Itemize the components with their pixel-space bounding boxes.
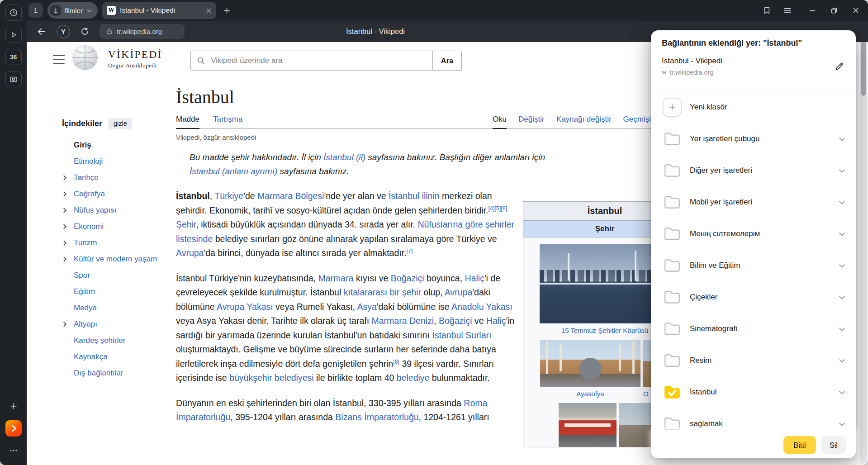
- wiki-link[interactable]: büyükşehir belediyesi: [229, 373, 313, 383]
- chevron-right-icon[interactable]: [62, 240, 68, 246]
- wiki-link[interactable]: Asya: [357, 302, 376, 312]
- collapsed-tab-group[interactable]: 1: [28, 3, 43, 18]
- new-tab-button[interactable]: [223, 6, 231, 15]
- toc-item[interactable]: Eğitim: [62, 284, 176, 300]
- bookmarks-panel-icon[interactable]: [763, 6, 771, 15]
- wiki-link[interactable]: Marmara Bölgesi: [257, 191, 324, 201]
- minimize-button[interactable]: [808, 6, 816, 14]
- wiki-link[interactable]: Avrupa: [445, 287, 472, 297]
- folder-row[interactable]: Çiçekler: [651, 281, 856, 313]
- folder-row[interactable]: Resim: [651, 345, 856, 376]
- chevron-right-icon[interactable]: [62, 224, 68, 230]
- wiki-link[interactable]: Roma İmparatorluğu: [176, 398, 487, 422]
- article-tab[interactable]: Tartışma: [213, 115, 242, 128]
- chevron-down-icon[interactable]: [838, 357, 846, 365]
- wiki-link[interactable]: Şehir: [176, 219, 196, 229]
- wiki-link[interactable]: kıtalararası bir şehir: [344, 287, 421, 297]
- wiki-link[interactable]: Türkiye: [214, 191, 243, 201]
- chevron-right-icon[interactable]: [62, 208, 68, 214]
- wikipedia-logo[interactable]: [72, 44, 98, 71]
- toc-item[interactable]: Coğrafya: [62, 186, 176, 202]
- chevron-right-icon[interactable]: [62, 175, 68, 181]
- main-menu-icon[interactable]: [52, 54, 66, 65]
- close-button[interactable]: [852, 6, 860, 14]
- search-button[interactable]: Ara: [433, 51, 462, 71]
- reference-link[interactable]: [6]: [501, 205, 507, 211]
- wiki-link[interactable]: belediye: [397, 373, 430, 383]
- wiki-link[interactable]: Boğaziçi: [439, 316, 472, 326]
- article-view-tab[interactable]: Oku: [493, 115, 507, 129]
- infobox-image-bridge[interactable]: [540, 244, 670, 323]
- toc-item[interactable]: Spor: [62, 267, 176, 284]
- reference-link[interactable]: [8]: [393, 358, 399, 365]
- yandex-browser-logo[interactable]: [5, 420, 22, 437]
- toc-item[interactable]: Medya: [62, 300, 176, 316]
- toc-item[interactable]: Ekonomi: [62, 218, 176, 235]
- toc-item[interactable]: Tarihçe: [62, 170, 176, 186]
- article-view-tab[interactable]: Değiştir: [518, 115, 545, 128]
- folder-row[interactable]: Sinematografi: [651, 313, 856, 345]
- wiki-link[interactable]: Marmara: [318, 273, 353, 283]
- toc-item[interactable]: Dış bağlantılar: [62, 365, 176, 381]
- folder-row[interactable]: Mobil yer işaretleri: [651, 186, 856, 218]
- folder-row[interactable]: İstanbul: [651, 376, 856, 408]
- yandex-search-button[interactable]: Y: [57, 25, 70, 38]
- wiki-link[interactable]: Anadolu Yakası: [451, 302, 512, 312]
- folder-row[interactable]: Yer işaretleri çubuğu: [651, 123, 856, 155]
- wiki-link[interactable]: İstanbul (anlam ayrımı): [190, 166, 277, 176]
- toc-item[interactable]: Turizm: [62, 235, 176, 251]
- delete-button[interactable]: Sil: [821, 436, 846, 454]
- screenshot-button[interactable]: [5, 71, 22, 87]
- refresh-button[interactable]: [80, 27, 90, 36]
- chevron-down-icon[interactable]: [838, 167, 846, 175]
- search-input[interactable]: [190, 51, 433, 71]
- wiki-link[interactable]: İstanbul (il): [323, 152, 365, 162]
- article-view-tab[interactable]: Kaynağı değiştir: [556, 115, 612, 128]
- done-button[interactable]: Bitti: [783, 436, 816, 454]
- wiki-link[interactable]: İstanbul Surları: [432, 330, 491, 340]
- wiki-link[interactable]: Avrupa Yakası: [217, 302, 273, 312]
- reference-link[interactable]: [7]: [407, 248, 413, 254]
- rail-add-button[interactable]: [5, 398, 22, 414]
- wiki-link[interactable]: Haliç: [465, 273, 484, 283]
- wiki-link[interactable]: Haliç: [486, 316, 506, 326]
- reference-link[interactable]: [4]: [488, 205, 494, 211]
- reference-link[interactable]: [5]: [494, 205, 501, 211]
- article-tab[interactable]: Madde: [176, 115, 199, 129]
- folder-row[interactable]: Bilim ve Eğitim: [651, 250, 856, 281]
- wiki-link[interactable]: Avrupa: [176, 248, 204, 258]
- toc-item[interactable]: Nüfus yapısı: [62, 202, 176, 218]
- chevron-right-icon[interactable]: [62, 322, 68, 327]
- wiki-link[interactable]: Bizans İmparatorluğu: [335, 412, 418, 422]
- browser-menu-icon[interactable]: [783, 6, 792, 15]
- history-panel-button[interactable]: [5, 5, 22, 21]
- edit-bookmark-button[interactable]: [830, 57, 849, 76]
- scrollbar-thumb[interactable]: [861, 33, 866, 96]
- toc-item[interactable]: Kardeş şehirler: [62, 332, 176, 349]
- address-bar[interactable]: tr.wikipedia.org: [100, 24, 185, 39]
- chevron-down-icon[interactable]: [838, 325, 846, 333]
- tab-close-button[interactable]: [206, 8, 212, 14]
- chevron-down-icon[interactable]: [838, 135, 846, 143]
- toc-hide-button[interactable]: gizle: [109, 118, 132, 129]
- chevron-right-icon[interactable]: [62, 256, 68, 262]
- chevron-down-icon[interactable]: [838, 199, 846, 206]
- toc-item[interactable]: Giriş: [62, 137, 176, 153]
- infobox-image-tram[interactable]: [559, 403, 617, 447]
- page-scrollbar[interactable]: [860, 23, 867, 464]
- wiki-link[interactable]: Boğaziçi: [391, 273, 424, 283]
- toc-item[interactable]: Kaynakça: [62, 349, 176, 365]
- folder-row[interactable]: Diğer yer işaretleri: [651, 155, 856, 186]
- back-button[interactable]: [37, 27, 47, 37]
- infobox-caption-ayasofya[interactable]: Ayasofya: [540, 387, 640, 398]
- active-tab[interactable]: W İstanbul - Vikipedi: [102, 2, 216, 19]
- toc-item[interactable]: Altyapı: [62, 316, 176, 332]
- toc-item[interactable]: Etimoloji: [62, 153, 176, 170]
- rail-more-button[interactable]: [5, 442, 22, 459]
- wiki-link[interactable]: İstanbul ilinin: [389, 191, 440, 201]
- chevron-right-icon[interactable]: [62, 191, 68, 197]
- chevron-down-icon[interactable]: [838, 420, 846, 428]
- tab-group-pill[interactable]: 1 filmler: [47, 2, 98, 19]
- new-folder-button[interactable]: Yeni klasör: [651, 91, 856, 123]
- toc-item[interactable]: Kültür ve modern yaşam: [62, 251, 176, 267]
